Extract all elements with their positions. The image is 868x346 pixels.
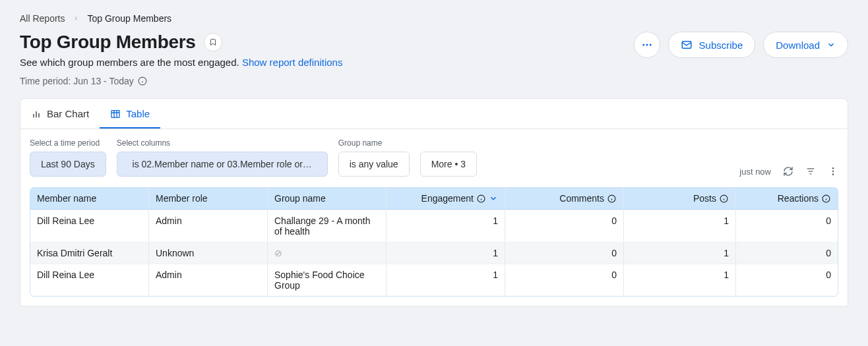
chevron-right-icon [73, 15, 79, 22]
svg-point-5 [649, 44, 651, 46]
more-filters-spacer [420, 138, 477, 148]
show-definitions-link[interactable]: Show report definitions [242, 57, 343, 68]
cell-engagement: 1 [387, 210, 505, 242]
more-actions-button[interactable] [634, 32, 660, 58]
breadcrumb: All Reports Top Group Members [20, 13, 848, 24]
cell-member-name: Dill Reina Lee [30, 210, 149, 242]
tab-table-label: Table [126, 108, 150, 119]
col-engagement[interactable]: Engagement [387, 188, 505, 210]
subscribe-label: Subscribe [699, 40, 743, 51]
time-period-label: Time period: Jun 13 - Today [20, 76, 134, 86]
col-member-name[interactable]: Member name [30, 188, 149, 210]
null-icon: ⊘ [274, 248, 282, 258]
results-table: Member name Member role Group name Engag… [30, 187, 838, 297]
svg-point-18 [832, 171, 834, 173]
table-row[interactable]: Krisa Dmitri GeraltUnknown⊘1010 [30, 242, 838, 264]
cell-comments: 0 [505, 264, 624, 296]
download-button[interactable]: Download [763, 32, 848, 58]
table-icon [110, 109, 121, 119]
columns-filter[interactable]: is 02.Member name or 03.Member role or… [117, 152, 328, 177]
chevron-down-icon [826, 40, 836, 49]
bookmark-icon [209, 38, 217, 47]
svg-point-19 [832, 173, 834, 175]
cell-posts: 1 [624, 242, 736, 264]
subscribe-button[interactable]: Subscribe [668, 32, 756, 58]
view-tabs: Bar Chart Table [20, 99, 848, 129]
svg-point-4 [646, 44, 648, 46]
cell-engagement: 1 [387, 264, 505, 296]
cell-engagement: 1 [387, 242, 505, 264]
columns-filter-label: Select columns [117, 138, 328, 148]
col-group-name[interactable]: Group name [268, 188, 387, 210]
more-vertical-icon [828, 166, 838, 177]
refresh-icon [783, 166, 793, 177]
time-period-filter[interactable]: Last 90 Days [30, 152, 106, 177]
svg-rect-10 [111, 110, 119, 117]
filter-button[interactable] [805, 166, 816, 177]
last-refreshed-label: just now [739, 167, 771, 177]
cell-member-name: Dill Reina Lee [30, 264, 149, 296]
breadcrumb-current: Top Group Members [87, 13, 171, 24]
more-horizontal-icon [641, 39, 653, 51]
info-icon[interactable] [607, 194, 617, 204]
svg-point-3 [642, 44, 644, 46]
tab-table[interactable]: Table [100, 99, 160, 129]
time-period-filter-label: Select a time period [30, 138, 106, 148]
cell-member-role: Unknown [149, 242, 268, 264]
cell-group-name: Challange 29 - A month of health [268, 210, 387, 242]
more-filters-button[interactable]: More • 3 [420, 152, 477, 177]
refresh-button[interactable] [783, 166, 793, 177]
filter-icon [805, 166, 816, 177]
subtitle: See which group members are the most eng… [20, 57, 342, 68]
cell-posts: 1 [624, 210, 736, 242]
chevron-down-icon [489, 194, 498, 203]
group-name-filter-label: Group name [338, 138, 410, 148]
breadcrumb-root[interactable]: All Reports [20, 13, 65, 24]
info-icon[interactable] [821, 194, 831, 204]
cell-member-role: Admin [149, 210, 268, 242]
col-reactions[interactable]: Reactions [736, 188, 838, 210]
info-icon[interactable] [138, 76, 148, 86]
cell-reactions: 0 [736, 264, 838, 296]
info-icon[interactable] [719, 194, 729, 204]
cell-group-name: Sophie's Food Choice Group [268, 264, 387, 296]
cell-member-role: Admin [149, 264, 268, 296]
tab-bar-chart-label: Bar Chart [47, 108, 89, 119]
table-row[interactable]: Dill Reina LeeAdminChallange 29 - A mont… [30, 210, 838, 242]
cell-comments: 0 [505, 242, 624, 264]
table-row[interactable]: Dill Reina LeeAdminSophie's Food Choice … [30, 264, 838, 296]
cell-reactions: 0 [736, 242, 838, 264]
info-icon[interactable] [476, 194, 486, 204]
cell-comments: 0 [505, 210, 624, 242]
bar-chart-icon [31, 109, 42, 119]
mail-icon [681, 39, 693, 51]
tab-bar-chart[interactable]: Bar Chart [20, 99, 100, 129]
svg-point-17 [832, 167, 834, 169]
cell-group-name: ⊘ [268, 242, 387, 264]
col-comments[interactable]: Comments [505, 188, 624, 210]
subtitle-text: See which group members are the most eng… [20, 57, 239, 68]
cell-member-name: Krisa Dmitri Geralt [30, 242, 149, 264]
table-settings-button[interactable] [828, 166, 838, 177]
col-member-role[interactable]: Member role [149, 188, 268, 210]
page-title: Top Group Members [20, 32, 196, 53]
col-posts[interactable]: Posts [624, 188, 736, 210]
group-name-filter[interactable]: is any value [338, 152, 410, 177]
download-label: Download [776, 40, 820, 51]
cell-posts: 1 [624, 264, 736, 296]
cell-reactions: 0 [736, 210, 838, 242]
bookmark-button[interactable] [204, 33, 222, 51]
